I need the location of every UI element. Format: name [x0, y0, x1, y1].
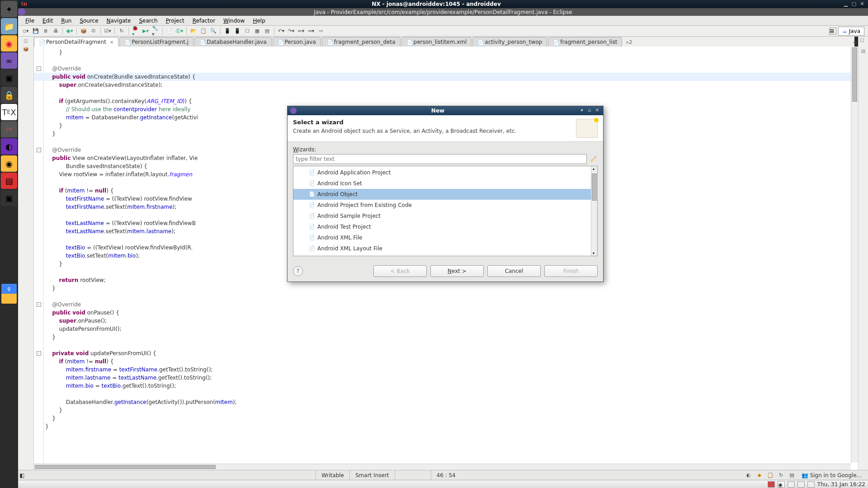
wizard-filter-input[interactable]	[293, 154, 587, 164]
tray-5[interactable]	[807, 481, 815, 488]
new-button[interactable]: ▫▾	[22, 27, 30, 35]
dialog-close[interactable]: ✕	[594, 108, 600, 114]
open-task-button[interactable]: 📋	[199, 27, 208, 35]
run-button[interactable]: ▶▾	[142, 27, 150, 35]
menu-file[interactable]: File	[22, 16, 38, 25]
status-icon-1[interactable]: ◐	[745, 471, 753, 479]
status-icon-2[interactable]: ◆	[755, 471, 764, 479]
menu-project[interactable]: Project	[162, 16, 188, 25]
tab-maximize[interactable]: ▢	[859, 38, 865, 44]
tray-1[interactable]	[768, 481, 775, 488]
wizard-item-2[interactable]: 📄Android Object	[293, 189, 597, 200]
editor-hscroll[interactable]	[34, 464, 851, 470]
tray-4[interactable]	[797, 481, 805, 488]
wizard-item-7[interactable]: 📄Android XML Layout File	[293, 243, 597, 254]
outline-view-icon[interactable]: ▤	[860, 48, 867, 55]
wizard-item-3[interactable]: 📄Android Project from Existing Code	[293, 200, 597, 211]
dock-terminal-1[interactable]: ▣	[1, 70, 17, 86]
new-package-button[interactable]: 📦	[80, 27, 88, 35]
hierarchy-button[interactable]: ▤	[263, 27, 271, 35]
dock-app-1[interactable]: ✦	[1, 1, 17, 17]
menu-search[interactable]: Search	[135, 16, 161, 25]
open-type-button[interactable]: 📂	[189, 27, 198, 35]
editor-tab-4[interactable]: 📄fragment_person_deta	[322, 37, 401, 47]
wizard-item-1[interactable]: 📄Android Icon Set	[293, 178, 597, 189]
tab-overflow[interactable]: »2	[623, 38, 635, 47]
save-all-button[interactable]: 🗎	[42, 27, 50, 35]
editor-vscroll[interactable]	[851, 47, 858, 463]
finish-button[interactable]: Finish	[544, 265, 598, 277]
menu-refactor[interactable]: Refactor	[189, 16, 219, 25]
dock-lock[interactable]: 🔒	[1, 87, 17, 103]
save-button[interactable]: 💾	[32, 27, 40, 35]
menu-source[interactable]: Source	[76, 16, 102, 25]
taskbar-clock[interactable]: Thu, 31 Jan 16:22	[817, 481, 865, 488]
status-icon-5[interactable]: ▤	[788, 471, 796, 479]
next-button[interactable]: Next >	[430, 265, 484, 277]
window-minimize[interactable]: ▁	[843, 1, 849, 7]
nav-prev-button[interactable]: ↶▾	[277, 27, 285, 35]
new-class-button[interactable]: ©	[90, 27, 98, 35]
external-tools-button[interactable]: 🔧▾	[151, 27, 160, 35]
dock-chrome-1[interactable]: ◉	[1, 35, 17, 52]
wizard-item-5[interactable]: 📄Android Test Project	[293, 221, 597, 232]
back-button[interactable]: < Back	[373, 265, 427, 277]
menu-run[interactable]: Run	[57, 16, 75, 25]
tray-2[interactable]: ◉	[778, 481, 785, 488]
fold-marker[interactable]: -	[37, 302, 41, 307]
wizard-item-6[interactable]: 📄Android XML File	[293, 232, 597, 243]
nav-next-button[interactable]: ↷▾	[287, 27, 295, 35]
google-signin[interactable]: 👥Sign in to Google...	[799, 471, 864, 479]
dock-tex[interactable]: TEX	[1, 104, 17, 120]
tab-close[interactable]: ✕	[110, 40, 113, 45]
dock-vm[interactable]: VM	[1, 121, 17, 137]
search-button[interactable]: 🔍	[209, 27, 217, 35]
dock-htop[interactable]: ▤	[1, 173, 17, 189]
toggle-button[interactable]: ☑▾	[104, 27, 112, 35]
wizard-item-4[interactable]: 📄Android Sample Project	[293, 211, 597, 221]
editor-tab-2[interactable]: 📄DatabaseHandler.java	[194, 37, 271, 47]
new-java-button[interactable]: 📄	[165, 27, 174, 35]
perspective-java[interactable]: ☕Java	[838, 27, 864, 36]
perspective-open[interactable]: ⊞	[829, 28, 836, 35]
menu-navigate[interactable]: Navigate	[103, 16, 135, 25]
wizard-item-0[interactable]: 📄Android Application Project	[293, 167, 597, 178]
tree-vscroll[interactable]: ▴ ▾	[591, 166, 597, 256]
back-button[interactable]: ⇐▾	[297, 27, 305, 35]
dialog-title-bar[interactable]: New ▾ ▫ ✕	[288, 106, 603, 115]
lint-button[interactable]: ☐	[243, 27, 251, 35]
forward-button[interactable]: ⇒▾	[307, 27, 315, 35]
last-edit-button[interactable]: ⇨	[317, 27, 325, 35]
editor-tab-1[interactable]: 📄PersonListFragment.j	[119, 37, 193, 47]
dock-emacs[interactable]: ∞	[1, 52, 17, 69]
fold-marker[interactable]: -	[37, 351, 41, 356]
status-icon[interactable]: ◧	[18, 472, 26, 479]
status-icon-4[interactable]: ↻	[777, 471, 785, 479]
fold-marker[interactable]: -	[37, 148, 41, 152]
dialog-maximize[interactable]: ▫	[586, 108, 593, 114]
editor-tab-6[interactable]: 📄activity_person_twop	[472, 37, 547, 47]
build-button[interactable]: ◉▾	[66, 27, 74, 35]
debug-button[interactable]: 🐞▾	[132, 27, 140, 35]
editor-tab-5[interactable]: 📄person_listitem.xml	[401, 37, 472, 47]
package-explorer-icon[interactable]: 📦	[23, 47, 29, 53]
wizard-tree[interactable]: 📄Android Application Project📄Android Ico…	[293, 166, 598, 256]
tab-minimize[interactable]: ▁	[852, 38, 858, 44]
tray-3[interactable]	[788, 481, 795, 488]
menu-help[interactable]: Help	[249, 16, 269, 25]
dock-chrome-grouped[interactable]: g	[1, 284, 17, 304]
refresh-button[interactable]: ↻	[118, 27, 126, 35]
new-enum-button[interactable]: Ⓔ▾	[175, 27, 184, 35]
cancel-button[interactable]: Cancel	[487, 265, 541, 277]
android-sdk-button[interactable]: 📱	[223, 27, 231, 35]
dock-eclipse[interactable]: ◐	[1, 138, 17, 155]
status-icon-3[interactable]: 📋	[766, 471, 774, 479]
editor-tab-3[interactable]: 📄Person.java	[273, 37, 321, 47]
filter-clear-icon[interactable]: 🧹	[589, 154, 598, 164]
ddms-button[interactable]: ▦	[253, 27, 261, 35]
window-maximize[interactable]: ▢	[851, 1, 857, 7]
menu-edit[interactable]: Edit	[39, 16, 57, 25]
window-close[interactable]: ✕	[859, 1, 865, 7]
editor-tab-7[interactable]: 📄fragment_person_list	[548, 37, 622, 47]
dialog-minimize[interactable]: ▾	[579, 108, 585, 114]
